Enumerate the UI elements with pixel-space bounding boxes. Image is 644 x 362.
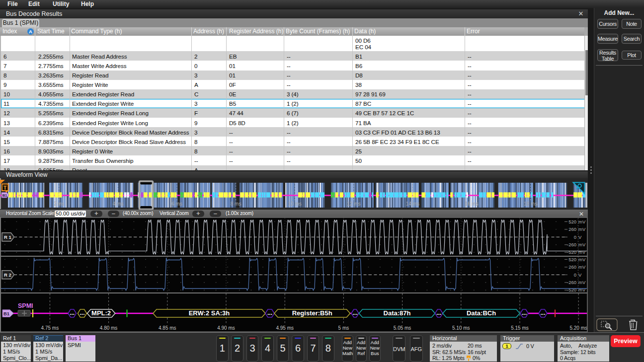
svg-text:5.15 ms: 5.15 ms	[511, 325, 529, 331]
svg-text:4.95 ms: 4.95 ms	[276, 325, 294, 331]
svg-text:mV: mV	[578, 219, 586, 224]
svg-text:V: V	[578, 234, 582, 240]
svg-text:...: ...	[522, 309, 527, 316]
svg-text:mV: mV	[578, 287, 586, 292]
svg-text:-520: -520	[567, 287, 576, 292]
svg-text:4.85 ms: 4.85 ms	[159, 325, 176, 331]
svg-text:...: ...	[80, 309, 84, 316]
svg-text:0: 0	[574, 234, 576, 240]
svg-text:...: ...	[352, 309, 357, 316]
svg-text:Register:B5h: Register:B5h	[292, 309, 332, 317]
svg-text:Data:87h: Data:87h	[384, 309, 411, 317]
svg-text:mV: mV	[578, 257, 586, 262]
svg-text:520: 520	[568, 219, 576, 224]
svg-text:mV: mV	[578, 226, 586, 232]
svg-text:-260: -260	[567, 242, 576, 247]
svg-text:mV: mV	[578, 280, 586, 285]
svg-text:MPL:2: MPL:2	[91, 309, 111, 317]
svg-text:ERW:2 SA:3h: ERW:2 SA:3h	[189, 309, 230, 317]
svg-text:-260: -260	[567, 280, 576, 285]
svg-text:5.20 ms: 5.20 ms	[569, 325, 587, 331]
svg-text:4.80 ms: 4.80 ms	[100, 325, 118, 331]
svg-text:...: ...	[70, 309, 75, 316]
svg-text:...: ...	[436, 309, 441, 316]
svg-text:mV: mV	[578, 249, 586, 255]
svg-text:0: 0	[574, 272, 576, 278]
svg-text:B1: B1	[3, 311, 10, 316]
svg-text:SPMI: SPMI	[18, 302, 33, 309]
svg-text:5 ms: 5 ms	[338, 325, 349, 331]
svg-text:4.75 ms: 4.75 ms	[41, 325, 59, 331]
svg-text:Data:BCh: Data:BCh	[467, 309, 496, 317]
svg-text:mV: mV	[578, 264, 586, 270]
svg-text:520: 520	[568, 257, 576, 262]
svg-text:4.90 ms: 4.90 ms	[217, 325, 235, 331]
svg-text:...: ...	[267, 309, 272, 316]
svg-text:R 2: R 2	[4, 272, 11, 278]
svg-text:mV: mV	[578, 242, 586, 247]
svg-text:260: 260	[568, 264, 576, 270]
svg-text:...: ...	[540, 309, 545, 316]
svg-text:R 1: R 1	[4, 234, 12, 240]
svg-text:V: V	[578, 272, 582, 278]
svg-text:-520: -520	[567, 249, 576, 255]
svg-text:260: 260	[568, 226, 576, 232]
svg-text:5.10 ms: 5.10 ms	[452, 325, 470, 331]
svg-text:5.05 ms: 5.05 ms	[394, 325, 411, 331]
